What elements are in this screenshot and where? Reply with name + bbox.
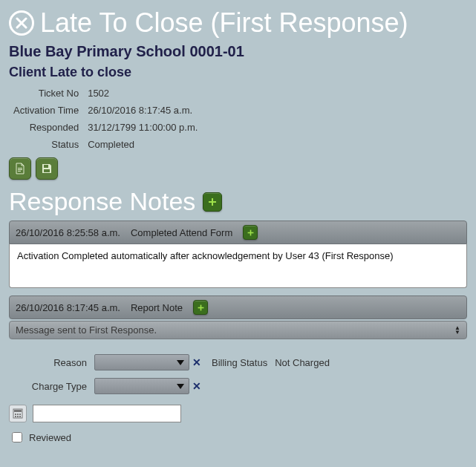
calculator-button[interactable]: [9, 405, 27, 422]
reviewed-checkbox-row: Reviewed: [9, 430, 467, 445]
responded-value: 31/12/1799 11:00:00 p.m.: [83, 119, 202, 136]
client-description: Client Late to close: [9, 62, 467, 85]
calc-input[interactable]: [33, 405, 181, 422]
status-value: Completed: [83, 136, 202, 153]
note-collapsed-row[interactable]: Message sent to First Response. ▲▼: [9, 321, 467, 339]
close-icon[interactable]: [9, 10, 34, 36]
billing-status-label: Billing Status: [212, 357, 267, 368]
status-label: Status: [9, 136, 83, 153]
save-button[interactable]: [36, 157, 58, 180]
charge-type-dropdown[interactable]: [94, 378, 189, 394]
note-action-icon[interactable]: [193, 300, 208, 315]
svg-rect-12: [14, 410, 22, 412]
reviewed-label: Reviewed: [29, 432, 71, 443]
svg-rect-18: [19, 416, 21, 417]
reason-label: Reason: [9, 357, 94, 368]
charge-type-label: Charge Type: [9, 381, 94, 392]
responded-label: Responded: [9, 119, 83, 136]
chevron-down-icon: [177, 384, 184, 389]
svg-rect-2: [18, 171, 21, 172]
svg-rect-8: [247, 232, 253, 233]
note-type: Completed Attend Form: [131, 227, 232, 238]
note-type: Report Note: [131, 302, 183, 313]
svg-rect-17: [17, 416, 19, 417]
reason-dropdown[interactable]: [94, 354, 189, 370]
note-header[interactable]: 26/10/2016 8:25:58 a.m. Completed Attend…: [9, 221, 467, 244]
page-title: Late To Close (First Response): [40, 7, 408, 39]
note-item: 26/10/2016 8:17:45 a.m. Report Note: [9, 295, 467, 319]
svg-rect-0: [18, 168, 22, 169]
svg-rect-4: [44, 169, 50, 172]
svg-rect-13: [15, 414, 16, 415]
ticket-no-value: 1502: [83, 85, 202, 102]
activation-time-label: Activation Time: [9, 102, 83, 119]
reason-clear-button[interactable]: ✕: [192, 356, 201, 368]
details-table: Ticket No 1502 Activation Time 26/10/201…: [9, 85, 202, 153]
svg-rect-16: [15, 416, 16, 417]
chevron-down-icon: [177, 360, 184, 365]
svg-rect-14: [17, 414, 19, 415]
note-item: 26/10/2016 8:25:58 a.m. Completed Attend…: [9, 221, 467, 288]
svg-rect-15: [19, 414, 21, 415]
stepper-icon[interactable]: ▲▼: [454, 326, 460, 335]
svg-rect-10: [198, 307, 203, 308]
add-note-button[interactable]: [203, 192, 222, 212]
note-timestamp: 26/10/2016 8:25:58 a.m.: [16, 227, 120, 238]
svg-rect-6: [209, 201, 216, 203]
reviewed-checkbox[interactable]: [12, 432, 22, 442]
svg-rect-1: [18, 169, 22, 170]
ticket-no-label: Ticket No: [9, 85, 83, 102]
note-timestamp: 26/10/2016 8:17:45 a.m.: [16, 302, 120, 313]
note-body-textarea[interactable]: Activation Completed automatically after…: [9, 244, 467, 288]
note-header[interactable]: 26/10/2016 8:17:45 a.m. Report Note: [9, 295, 467, 319]
document-button[interactable]: [9, 157, 31, 180]
client-name: Blue Bay Primary School: [9, 43, 186, 60]
client-code: 0001-01: [189, 43, 244, 60]
note-action-icon[interactable]: [243, 225, 258, 240]
response-notes-title: Response Notes: [9, 187, 195, 216]
activation-time-value: 26/10/2016 8:17:45 a.m.: [83, 102, 202, 119]
note-collapsed-message: Message sent to First Response.: [16, 324, 157, 336]
billing-status-value: Not Charged: [275, 357, 330, 368]
svg-rect-3: [44, 165, 48, 168]
charge-type-clear-button[interactable]: ✕: [192, 380, 201, 392]
